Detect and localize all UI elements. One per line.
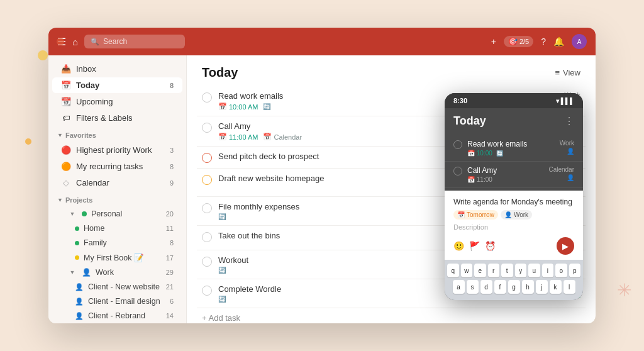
key-j[interactable]: j (536, 280, 548, 294)
key-k[interactable]: k (550, 280, 562, 294)
sidebar-item-today[interactable]: 📅 Today 8 (52, 77, 182, 93)
calendar-fav-count: 9 (170, 179, 174, 187)
sidebar-item-inbox[interactable]: 📥 Inbox (52, 61, 182, 77)
key-y[interactable]: y (515, 264, 527, 277)
task-checkbox[interactable] (202, 92, 212, 103)
mobile-task-row[interactable]: Read work emails 📅 10:00 🔄 Work 👤 (445, 135, 583, 162)
sidebar-item-calendar[interactable]: ◇ Calendar 9 (52, 175, 182, 191)
add-task-button[interactable]: + Add task (197, 308, 586, 323)
recurring-label: My recurring tasks (76, 162, 143, 171)
key-e[interactable]: e (474, 264, 486, 277)
family-label: Family (84, 238, 107, 247)
personal-label: Personal (91, 209, 122, 218)
task-checkbox[interactable] (202, 257, 212, 267)
key-s[interactable]: s (467, 280, 479, 294)
sidebar-item-home[interactable]: Home 11 (52, 221, 182, 235)
plus-icon[interactable]: + (491, 36, 496, 47)
task-checkbox-priority1[interactable] (202, 153, 212, 163)
mobile-checkbox[interactable] (453, 140, 462, 149)
mobile-checkbox[interactable] (453, 167, 462, 176)
mobile-title: Today (453, 114, 486, 128)
sidebar-item-client-email[interactable]: 👤 Client - Email design 6 (52, 294, 182, 308)
sidebar-item-work[interactable]: ▼ 👤 Work 29 (52, 265, 182, 279)
key-w[interactable]: w (461, 264, 473, 277)
mobile-task-name: Read work emails (467, 140, 555, 148)
key-h[interactable]: h (522, 280, 534, 294)
client-email-count: 6 (170, 298, 174, 305)
emoji-icon[interactable]: 🙂 (453, 241, 464, 251)
key-i[interactable]: i (542, 264, 554, 277)
task-checkbox[interactable] (202, 123, 212, 133)
quick-add-work-tag[interactable]: 👤 Work (501, 210, 532, 220)
key-r[interactable]: r (488, 264, 500, 277)
key-a[interactable]: a (453, 280, 465, 294)
client-rebrand-icon: 👤 (75, 312, 84, 320)
home-icon[interactable]: ⌂ (72, 36, 78, 47)
karma-badge: 🎯 2/5 (504, 36, 533, 47)
sync-icon: 🔄 (218, 213, 226, 220)
keyboard-row-1: q w e r t y u i o p (447, 264, 580, 277)
task-checkbox[interactable] (202, 286, 212, 296)
search-input-label[interactable]: Search (103, 37, 127, 46)
key-q[interactable]: q (447, 264, 459, 277)
task-checkbox-priority2[interactable] (202, 175, 212, 185)
sidebar-item-personal[interactable]: ▼ Personal 20 (52, 207, 182, 221)
sidebar-item-filters[interactable]: 🏷 Filters & Labels (52, 110, 182, 126)
wifi-icon: ▾ (556, 98, 559, 104)
favorites-section[interactable]: ▼ Favorites (48, 126, 186, 142)
mobile-status-bar: 8:30 ▾ ▌▌▌ (445, 93, 583, 108)
sidebar-item-recurring[interactable]: 🟠 My recurring tasks 8 (52, 159, 182, 174)
projects-chevron: ▼ (57, 197, 63, 203)
help-icon[interactable]: ? (541, 36, 546, 47)
mobile-task-body: Read work emails 📅 10:00 🔄 (467, 140, 555, 157)
tomorrow-tag-label: Tomorrow (467, 211, 494, 218)
mobile-more-icon[interactable]: ⋮ (564, 115, 574, 127)
task-checkbox[interactable] (202, 232, 212, 242)
sidebar-item-upcoming[interactable]: 📆 Upcoming (52, 94, 182, 109)
view-icon: ≡ (555, 68, 560, 77)
alarm-icon[interactable]: ⏰ (485, 241, 496, 251)
sidebar-item-family[interactable]: Family 8 (52, 236, 182, 250)
send-button[interactable]: ▶ (557, 237, 574, 255)
client-email-icon: 👤 (75, 298, 84, 306)
mobile-task-body: Call Amy 📅 11:00 (467, 166, 543, 183)
projects-section[interactable]: ▼ Projects (48, 191, 186, 206)
view-label: View (563, 68, 580, 77)
sidebar-item-client-rebrand[interactable]: 👤 Client - Rebrand 14 (52, 309, 182, 323)
key-g[interactable]: g (508, 280, 520, 294)
flag-icon[interactable]: 🚩 (469, 241, 480, 251)
task-calendar: 📅 Calendar (263, 133, 302, 141)
filters-label: Filters & Labels (76, 113, 133, 123)
key-o[interactable]: o (555, 264, 567, 277)
key-f[interactable]: f (494, 280, 506, 294)
key-u[interactable]: u (528, 264, 540, 277)
sidebar-item-firstbook[interactable]: My First Book 📝 17 (52, 250, 182, 265)
avatar[interactable]: A (572, 34, 587, 49)
key-l[interactable]: l (564, 280, 575, 294)
work-label: Work (96, 268, 114, 277)
mobile-time: 8:30 (453, 97, 467, 104)
mobile-task-tag: Work (560, 140, 574, 147)
key-t[interactable]: t (501, 264, 513, 277)
search-bar[interactable]: 🔍 Search (84, 35, 185, 48)
mobile-task-name: Call Amy (467, 166, 543, 175)
client-email-label: Client - Email design (88, 297, 160, 306)
description-placeholder[interactable]: Description (445, 222, 583, 235)
key-p[interactable]: p (569, 264, 581, 277)
priority-icon: 🔴 (61, 145, 71, 155)
client-website-label: Client - New website (88, 282, 160, 291)
mobile-task-row[interactable]: Call Amy 📅 11:00 Calendar 👤 (445, 162, 583, 188)
sidebar-item-client-website[interactable]: 👤 Client - New website 21 (52, 280, 182, 294)
bell-icon[interactable]: 🔔 (553, 36, 564, 47)
quick-add-tomorrow-tag[interactable]: 📅 Tomorrow (453, 210, 498, 220)
today-label: Today (76, 81, 99, 90)
view-button[interactable]: ≡ View (555, 68, 580, 77)
sidebar-item-highest-priority[interactable]: 🔴 Highest priority Work 3 (52, 142, 182, 158)
task-checkbox[interactable] (202, 203, 212, 213)
key-d[interactable]: d (480, 280, 492, 294)
personal-dot (82, 211, 87, 216)
family-count: 8 (170, 239, 174, 247)
priority-count: 3 (170, 147, 174, 154)
decoration-dot-orange (25, 138, 31, 145)
signal-icon: ▌▌▌ (561, 98, 574, 104)
